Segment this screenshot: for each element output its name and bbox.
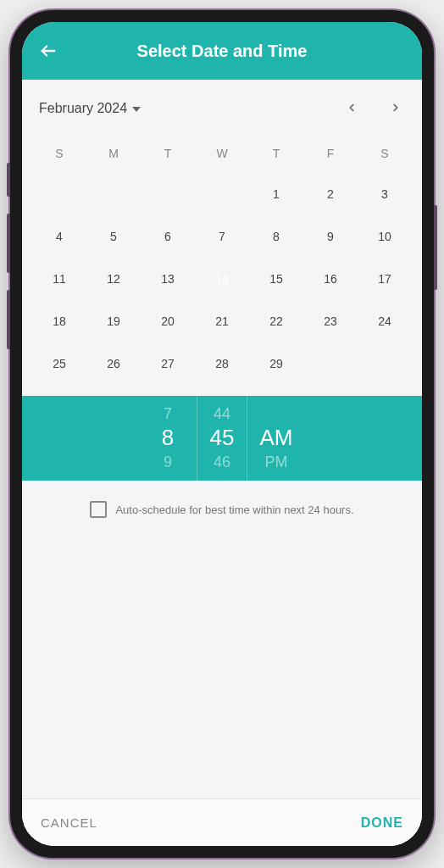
day-cell[interactable]: 2 [303, 179, 358, 209]
day-cell[interactable]: 17 [358, 264, 412, 294]
day-cell[interactable]: 15 [249, 264, 303, 294]
day-cell[interactable]: 28 [195, 348, 249, 379]
day-cell[interactable]: 20 [141, 306, 195, 337]
weekday-label: S [358, 138, 412, 169]
page-title: Select Date and Time [37, 42, 407, 61]
prev-month-button[interactable] [342, 95, 361, 121]
cancel-button[interactable]: CANCEL [41, 815, 97, 830]
weekday-row: SMTWTFS [32, 138, 412, 169]
day-cell[interactable]: 22 [249, 306, 303, 337]
done-button[interactable]: DONE [361, 815, 403, 831]
weekday-label: F [303, 138, 358, 169]
auto-schedule-label: Auto-schedule for best time within next … [115, 504, 353, 516]
day-cell[interactable]: 7 [195, 221, 249, 252]
day-empty [86, 179, 141, 209]
day-cell[interactable]: 29 [249, 348, 303, 379]
day-cell[interactable]: 9 [303, 221, 358, 252]
hour-prev: 7 [164, 404, 172, 424]
day-cell[interactable]: 1 [249, 179, 303, 209]
day-cell[interactable]: 18 [32, 306, 86, 337]
auto-schedule-checkbox[interactable] [90, 501, 107, 518]
month-dropdown[interactable]: February 2024 [39, 101, 141, 116]
minute-prev: 44 [214, 404, 230, 424]
hour-next: 9 [164, 453, 172, 472]
weekday-label: W [195, 138, 249, 169]
minute-selected: 45 [210, 424, 235, 453]
day-empty [195, 179, 249, 209]
month-nav [342, 95, 405, 121]
day-cell[interactable]: 21 [195, 306, 249, 337]
day-cell[interactable]: 27 [141, 348, 195, 379]
day-cell[interactable]: 6 [141, 221, 195, 252]
day-cell[interactable]: 23 [303, 306, 358, 337]
weekday-label: T [249, 138, 303, 169]
hour-column[interactable]: 7 8 9 [142, 396, 193, 481]
day-cell[interactable]: 14 [195, 264, 249, 294]
auto-schedule-row: Auto-schedule for best time within next … [22, 481, 422, 538]
day-cell[interactable]: 5 [86, 221, 141, 252]
month-label: February 2024 [39, 101, 127, 116]
day-empty [141, 179, 195, 209]
time-picker[interactable]: 7 8 9 44 45 46 AM PM [22, 396, 422, 481]
hour-selected: 8 [162, 424, 174, 453]
phone-frame: Select Date and Time February 2024 [10, 10, 434, 858]
day-cell[interactable]: 12 [86, 264, 141, 294]
minute-next: 46 [214, 453, 230, 472]
period-other: PM [265, 453, 288, 472]
day-cell[interactable]: 3 [358, 179, 412, 209]
day-cell[interactable]: 13 [141, 264, 195, 294]
back-arrow-icon[interactable] [39, 42, 58, 60]
calendar: SMTWTFS 12345678910111213141516171819202… [22, 130, 422, 396]
period-column[interactable]: AM PM [251, 396, 302, 481]
day-cell[interactable]: 10 [358, 221, 412, 252]
day-cell[interactable]: 16 [303, 264, 358, 294]
weekday-label: S [32, 138, 86, 169]
weekday-label: M [86, 138, 141, 169]
next-month-button[interactable] [386, 95, 405, 121]
days-grid: 1234567891011121314151617181920212223242… [32, 179, 412, 379]
day-empty [32, 179, 86, 209]
minute-column[interactable]: 44 45 46 [197, 396, 247, 481]
screen: Select Date and Time February 2024 [22, 22, 422, 846]
chevron-down-icon [132, 107, 141, 112]
day-cell[interactable]: 19 [86, 306, 141, 337]
footer: CANCEL DONE [22, 798, 422, 846]
day-cell[interactable]: 11 [32, 264, 86, 294]
day-cell[interactable]: 24 [358, 306, 412, 337]
day-cell[interactable]: 26 [86, 348, 141, 379]
weekday-label: T [141, 138, 195, 169]
month-row: February 2024 [22, 80, 422, 130]
header: Select Date and Time [22, 22, 422, 80]
content: February 2024 SMTWTFS 123456789101112131… [22, 80, 422, 846]
day-cell[interactable]: 25 [32, 348, 86, 379]
day-cell[interactable]: 4 [32, 221, 86, 252]
period-selected: AM [260, 424, 293, 453]
day-cell[interactable]: 8 [249, 221, 303, 252]
